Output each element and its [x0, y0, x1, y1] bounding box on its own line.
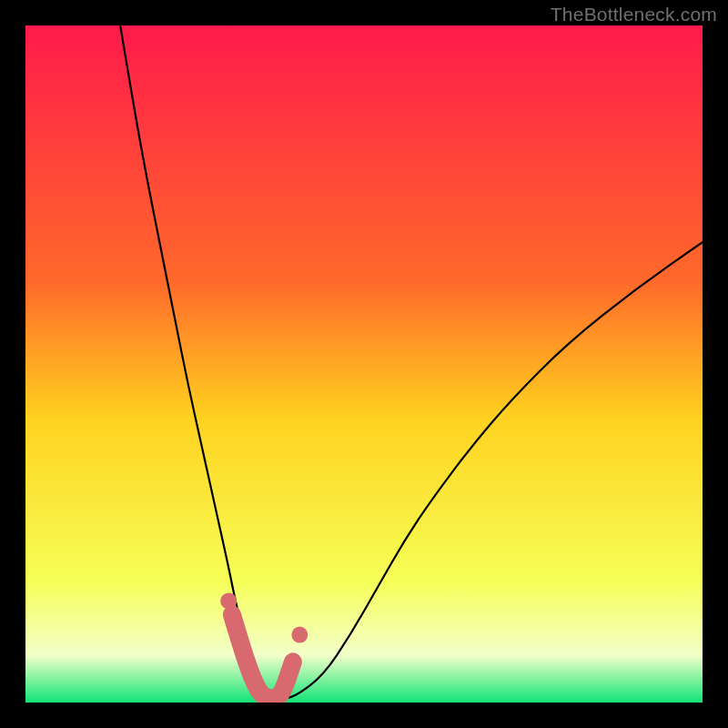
- bottleneck-chart: [25, 25, 703, 703]
- gradient-bg: [25, 25, 703, 703]
- accent-dot: [291, 627, 308, 643]
- outer-frame: TheBottleneck.com: [0, 0, 728, 728]
- accent-dot: [220, 592, 237, 609]
- watermark-text: TheBottleneck.com: [551, 4, 717, 25]
